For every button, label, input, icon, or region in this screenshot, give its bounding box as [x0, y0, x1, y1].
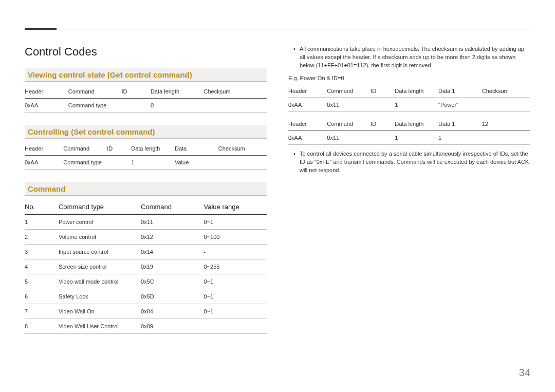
td: 0xAA [25, 156, 63, 170]
td [482, 130, 530, 144]
td: 1 [25, 214, 59, 230]
table-row: 8Video Wall User Control0x89- [25, 319, 267, 334]
note-list: All communications take place in hexadec… [288, 45, 530, 70]
th: Header [25, 142, 63, 156]
section-heading-viewing: Viewing control state (Get control comma… [25, 68, 267, 82]
table-example-2: Header Command ID Data length Data 1 12 … [288, 117, 530, 145]
td: Power control [59, 214, 141, 230]
td: 1 [395, 130, 438, 144]
td [218, 156, 267, 170]
td: 0~255 [204, 259, 267, 274]
example-label: E.g. Power On & ID=0 [288, 75, 530, 81]
td: 0x11 [141, 214, 203, 230]
td: 0xAA [288, 98, 327, 111]
td: 0~1 [204, 274, 267, 289]
td: 0~1 [204, 304, 267, 319]
page-title: Control Codes [25, 45, 267, 59]
td: 1 [395, 98, 438, 111]
td: 0x19 [141, 259, 203, 274]
td [121, 99, 151, 113]
th: Checksum [482, 84, 530, 98]
table-viewing: Header Command ID Data length Checksum 0… [25, 85, 267, 113]
td: 4 [25, 259, 59, 274]
td: Input source control [59, 245, 141, 259]
td [371, 98, 395, 111]
th: Command [68, 85, 122, 99]
td: 8 [25, 319, 59, 334]
table-row: 3Input source control0x14- [25, 245, 267, 259]
td: 0x5C [141, 274, 203, 289]
td: Command type [63, 156, 107, 170]
table-row: 2Volume control0x120~100 [25, 230, 267, 245]
table-row: 1Power control0x110~1 [25, 214, 267, 230]
note-item: To control all devices connected by a se… [288, 150, 530, 175]
table-controlling: Header Command ID Data length Data Check… [25, 142, 267, 170]
td: 1 [438, 130, 482, 144]
td: 3 [25, 245, 59, 259]
left-column: Control Codes Viewing control state (Get… [25, 45, 267, 334]
th: Data 1 [438, 117, 482, 131]
page-number: 34 [519, 367, 530, 379]
th: Checksum [204, 85, 267, 99]
td: 1 [131, 156, 175, 170]
td: 0xAA [288, 130, 327, 144]
th: ID [371, 117, 395, 131]
td: "Power" [438, 98, 482, 111]
td [371, 130, 395, 144]
table-row: 4Screen size control0x190~255 [25, 259, 267, 274]
th: Header [25, 85, 68, 99]
td: 0x11 [327, 130, 371, 144]
td: 0x5D [141, 289, 203, 304]
td: 6 [25, 289, 59, 304]
td: 0~1 [204, 289, 267, 304]
td: 0~100 [204, 230, 267, 245]
td: - [204, 245, 267, 259]
note-list: To control all devices connected by a se… [288, 150, 530, 175]
td: 7 [25, 304, 59, 319]
td: 0x89 [141, 319, 203, 334]
th: Data length [395, 117, 438, 131]
td: Video wall mode control [59, 274, 141, 289]
th: 12 [482, 117, 530, 131]
td: Safety Lock [59, 289, 141, 304]
th: Data length [131, 142, 175, 156]
table-example-1: Header Command ID Data length Data 1 Che… [288, 84, 530, 112]
td: 0x84 [141, 304, 203, 319]
th: Command [63, 142, 107, 156]
th: No. [25, 199, 59, 214]
td [107, 156, 131, 170]
td: 2 [25, 230, 59, 245]
td: - [204, 319, 267, 334]
td: 0x12 [141, 230, 203, 245]
table-row: 5Video wall mode control0x5C0~1 [25, 274, 267, 289]
right-column: All communications take place in hexadec… [288, 45, 530, 334]
td: 0x14 [141, 245, 203, 259]
td: Video Wall User Control [59, 319, 141, 334]
th: Data length [395, 84, 438, 98]
th: Header [288, 117, 327, 131]
th: Value range [204, 199, 267, 214]
td: Video Wall On [59, 304, 141, 319]
td: Value [175, 156, 218, 170]
section-heading-command: Command [25, 182, 267, 196]
table-command-body: 1Power control0x110~12Volume control0x12… [25, 214, 267, 334]
th: Data 1 [438, 84, 482, 98]
td: 5 [25, 274, 59, 289]
td: Command type [68, 99, 122, 113]
th: Data [175, 142, 218, 156]
td: 0 [151, 99, 204, 113]
table-row: 7Video Wall On0x840~1 [25, 304, 267, 319]
table-command: No. Command type Command Value range 1Po… [25, 199, 267, 334]
page-body: Control Codes Viewing control state (Get… [25, 24, 530, 334]
td [204, 99, 267, 113]
table-row: 6Safety Lock0x5D0~1 [25, 289, 267, 304]
th: Command [327, 117, 371, 131]
td: 0x11 [327, 98, 371, 111]
th: ID [121, 85, 151, 99]
td: Screen size control [59, 259, 141, 274]
th: Data length [151, 85, 204, 99]
th: Command [327, 84, 371, 98]
th: Header [288, 84, 327, 98]
header-divider [25, 29, 530, 29]
th: ID [371, 84, 395, 98]
